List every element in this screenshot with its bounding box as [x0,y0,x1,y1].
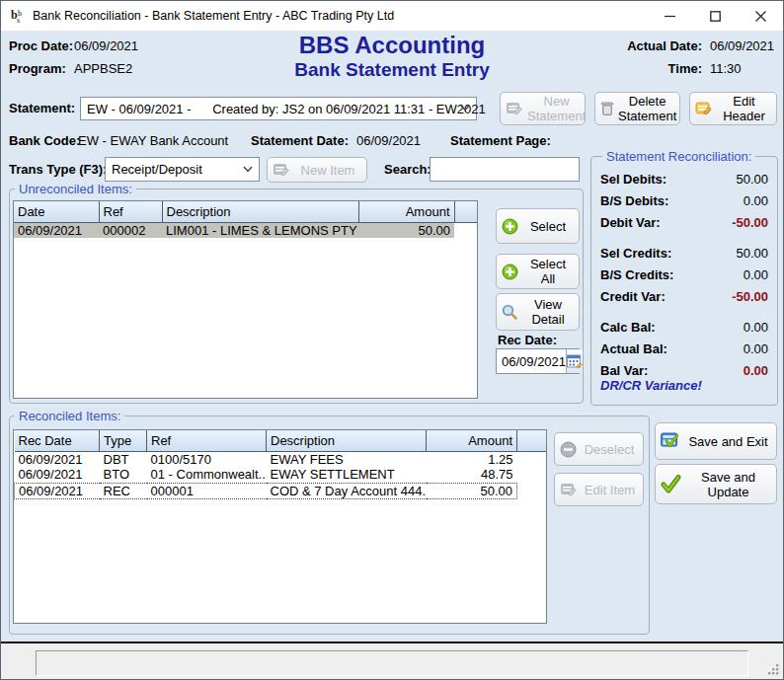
calendar-picker-button[interactable] [566,349,583,373]
edit-form-icon [560,482,578,497]
delete-statement-label: Delete Statement [618,94,676,123]
reconciled-header-row[interactable]: Rec DateTypeRefDescriptionAmount [15,430,547,451]
table-cell: 01 - Commonwealt... [147,467,267,483]
trash-icon [600,101,614,116]
titlebar: b b s Bank Reconciliation - Bank Stateme… [1,1,783,31]
new-form-icon [506,101,523,116]
reconciled-items-table[interactable]: Rec DateTypeRefDescriptionAmount 06/09/2… [13,429,547,624]
svg-text:s: s [17,16,20,25]
column-header-filler [517,430,547,451]
close-icon [755,11,766,22]
new-form-icon [273,162,290,178]
new-statement-button[interactable]: New Statement [500,92,586,125]
column-header[interactable]: Description [267,430,427,451]
minus-circle-icon [560,441,577,458]
status-panel [36,650,748,676]
reconciliation-row: B/S Credits:0.00 [600,264,768,286]
select-all-label: Select All [522,257,574,286]
statement-date-value: 06/09/2021 [356,133,421,148]
actual-date-value: 06/09/2021 [710,38,774,53]
select-button[interactable]: Select [496,208,580,244]
table-cell: 50.00 [427,483,517,498]
reconciliation-row-value: -50.00 [732,212,768,234]
deselect-label: Deselect [581,442,638,457]
reconciliation-row-label: Actual Bal: [600,339,667,360]
select-all-button[interactable]: Select All [496,254,580,289]
reconciliation-row: Sel Debits:50.00 [600,169,768,190]
window-title: Bank Reconciliation - Bank Statement Ent… [33,1,394,31]
table-row[interactable]: 06/09/2021DBT0100/5170EWAY FEES1.25 [15,451,547,467]
reconciliation-row: Credit Var:-50.00 [600,286,768,308]
plus-circle-icon [502,218,518,235]
reconciliation-row-label: B/S Credits: [600,264,673,286]
column-header[interactable]: Ref [147,430,267,451]
column-header[interactable]: Type [100,430,147,451]
table-row[interactable]: 06/09/2021BTO01 - Commonwealt...EWAY SET… [15,467,547,483]
search-input[interactable] [430,157,580,182]
column-header[interactable]: Amount [427,430,517,451]
edit-header-label: Edit Header [717,94,771,123]
trans-type-combobox[interactable]: Receipt/Deposit [105,157,260,182]
bank-statement-entry-window: b b s Bank Reconciliation - Bank Stateme… [0,0,784,680]
statement-label: Statement: [9,101,75,115]
new-statement-label: New Statement [527,94,586,123]
table-cell: 48.75 [427,467,517,483]
table-cell: BTO [100,467,147,483]
app-icon: b b s [10,7,28,25]
resize-grip[interactable] [767,663,780,676]
search-label: Search: [384,162,431,177]
column-header[interactable]: Ref [99,201,162,222]
table-cell: 06/09/2021 [14,222,99,238]
delete-statement-button[interactable]: Delete Statement [594,92,680,125]
deselect-button[interactable]: Deselect [554,432,644,466]
save-and-update-label: Save and Update [685,470,771,499]
select-label: Select [522,219,574,234]
new-item-label: New Item [294,163,361,178]
edit-item-label: Edit Item [582,483,638,497]
chevron-down-icon [243,166,253,173]
reconciliation-row-value: 50.00 [736,243,768,264]
view-detail-button[interactable]: View Detail [496,293,580,331]
reconciliation-row-value: 0.00 [744,360,768,382]
view-detail-label: View Detail [522,297,574,327]
edit-note-icon [695,101,713,116]
column-header[interactable]: Rec Date [15,430,100,451]
reconciliation-row-value: 0.00 [744,264,768,286]
table-cell: 06/09/2021 [15,483,100,498]
unreconciled-header-row[interactable]: DateRefDescriptionAmount [14,201,477,222]
table-cell: LIM001 - LIMES & LEMONS PTY L... [162,222,358,238]
table-row[interactable]: 06/09/2021000002LIM001 - LIMES & LEMONS … [14,222,477,238]
table-cell: EWAY FEES [267,451,427,467]
reconciliation-row-value: 50.00 [736,169,768,190]
magnifier-icon [502,304,518,321]
save-and-exit-button[interactable]: Save and Exit [655,422,777,460]
close-button[interactable] [738,1,783,31]
edit-item-button[interactable]: Edit Item [554,473,644,506]
statement-combobox-value: EW - 06/09/2021 - Created by: JS2 on 06/… [87,98,486,119]
column-header[interactable]: Date [14,201,99,222]
minimize-button[interactable] [647,1,692,31]
column-header[interactable]: Description [162,201,358,222]
reconciliation-row: Sel Credits:50.00 [600,243,768,264]
reconciliation-row-label: Sel Debits: [600,169,666,190]
maximize-button[interactable] [692,1,738,31]
reconciled-items-title: Reconciled Items: [15,409,124,423]
unreconciled-items-table[interactable]: DateRefDescriptionAmount 06/09/202100000… [13,200,478,399]
bank-code-label: Bank Code: [9,133,80,148]
new-item-button[interactable]: New Item [267,157,367,183]
column-header[interactable]: Amount [358,201,454,222]
statement-combobox[interactable]: EW - 06/09/2021 - Created by: JS2 on 06/… [80,97,477,120]
time-value: 11:30 [710,61,742,76]
rec-date-input[interactable]: 06/09/2021 [496,348,580,374]
reconciliation-row-label: Debit Var: [600,212,661,234]
rec-date-value: 06/09/2021 [497,354,566,369]
time-label: Time: [668,61,702,76]
table-cell: 000002 [99,222,162,238]
screen-title: Bank Statement Entry [1,59,783,81]
edit-header-button[interactable]: Edit Header [689,92,777,125]
reconciliation-row: Actual Bal:0.00 [600,339,768,360]
variance-note: DR/CR Variance! [600,378,702,393]
table-row[interactable]: 06/09/2021REC000001COD & 7 Day Account 4… [15,483,547,498]
reconciliation-row: B/S Debits:0.00 [600,190,768,212]
save-and-update-button[interactable]: Save and Update [655,464,777,504]
